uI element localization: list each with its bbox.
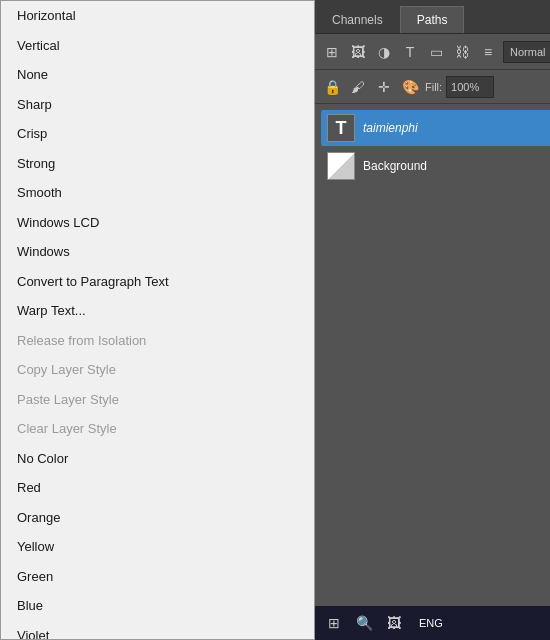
rect-icon[interactable]: ▭ [425, 41, 447, 63]
filter-icon[interactable]: ⊞ [321, 41, 343, 63]
layer-thumb-text: T [327, 114, 355, 142]
menu-item-smooth[interactable]: Smooth [1, 178, 314, 208]
tabs-bar: Channels Paths [315, 0, 550, 34]
menu-item-green[interactable]: Green [1, 562, 314, 592]
context-menu[interactable]: HorizontalVerticalNoneSharpCrispStrongSm… [0, 0, 315, 640]
lock-transparent-icon[interactable]: 🔒 [321, 76, 343, 98]
menu-item-windows[interactable]: Windows [1, 237, 314, 267]
right-panel-wrapper: Channels Paths ⊞ 🖼 ◑ T ▭ ⛓ ≡ Normal Mult… [315, 0, 550, 640]
layer-background[interactable]: Background 🔒 [321, 148, 550, 184]
right-panel: Channels Paths ⊞ 🖼 ◑ T ▭ ⛓ ≡ Normal Mult… [315, 0, 550, 640]
tab-paths[interactable]: Paths [400, 6, 465, 33]
menu-item-convert-paragraph[interactable]: Convert to Paragraph Text [1, 267, 314, 297]
taskbar-lang: ENG [419, 617, 443, 629]
start-icon[interactable]: ⊞ [321, 610, 347, 636]
fill-input[interactable] [446, 76, 494, 98]
layer-taimienphi[interactable]: T taimienphi [321, 110, 550, 146]
text-icon[interactable]: T [399, 41, 421, 63]
menu-item-horizontal[interactable]: Horizontal [1, 1, 314, 31]
menu-item-vertical[interactable]: Vertical [1, 31, 314, 61]
menu-item-none[interactable]: None [1, 60, 314, 90]
menu-item-paste-layer-style: Paste Layer Style [1, 385, 314, 415]
blend-mode-dropdown[interactable]: Normal Multiply Screen [503, 41, 550, 63]
taskbar-app-icon[interactable]: 🖼 [381, 610, 407, 636]
layers-area: T taimienphi Background 🔒 [315, 104, 550, 606]
menu-item-sharp[interactable]: Sharp [1, 90, 314, 120]
paint-icon[interactable]: 🖌 [347, 76, 369, 98]
image-icon[interactable]: 🖼 [347, 41, 369, 63]
tab-channels[interactable]: Channels [315, 6, 400, 33]
menu-item-release-isolation: Release from Isolation [1, 326, 314, 356]
menu-item-red[interactable]: Red [1, 473, 314, 503]
layer-name-taimienphi: taimienphi [363, 121, 550, 135]
chain-icon[interactable]: ⛓ [451, 41, 473, 63]
menu-item-yellow[interactable]: Yellow [1, 532, 314, 562]
menu-item-windows-lcd[interactable]: Windows LCD [1, 208, 314, 238]
menu-item-blue[interactable]: Blue [1, 591, 314, 621]
search-taskbar-icon[interactable]: 🔍 [351, 610, 377, 636]
layer-name-background: Background [363, 159, 550, 173]
toolbar-row-1: ⊞ 🖼 ◑ T ▭ ⛓ ≡ Normal Multiply Screen Opa… [315, 34, 550, 70]
menu-item-clear-layer-style: Clear Layer Style [1, 414, 314, 444]
menu-item-crisp[interactable]: Crisp [1, 119, 314, 149]
more-icon[interactable]: ≡ [477, 41, 499, 63]
menu-item-no-color[interactable]: No Color [1, 444, 314, 474]
circle-icon[interactable]: ◑ [373, 41, 395, 63]
move-icon[interactable]: ✛ [373, 76, 395, 98]
menu-item-orange[interactable]: Orange [1, 503, 314, 533]
menu-item-violet[interactable]: Violet [1, 621, 314, 641]
menu-item-strong[interactable]: Strong [1, 149, 314, 179]
art-icon[interactable]: 🎨 [399, 76, 421, 98]
toolbar-row-2: 🔒 🖌 ✛ 🎨 Fill: [315, 70, 550, 104]
layer-thumb-bg [327, 152, 355, 180]
menu-item-warp-text[interactable]: Warp Text... [1, 296, 314, 326]
fill-label: Fill: [425, 81, 442, 93]
menu-item-copy-layer-style: Copy Layer Style [1, 355, 314, 385]
taskbar: ⊞ 🔍 🖼 ENG 3:28 PM 🔊 🌐 [315, 606, 550, 640]
